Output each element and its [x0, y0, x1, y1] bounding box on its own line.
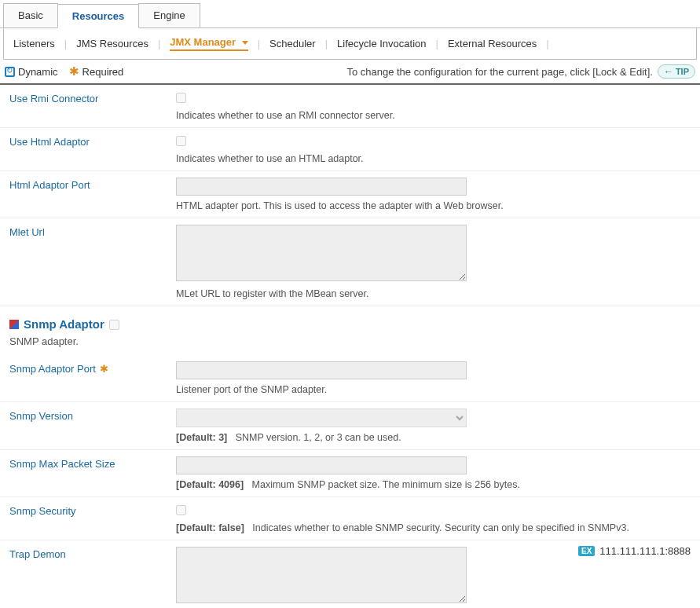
legend-dynamic: Dynamic — [5, 66, 58, 78]
help-html-adaptor-port: HTML adapter port. This is used to acces… — [176, 200, 691, 211]
label-text: Mlet Url — [9, 226, 45, 238]
refresh-icon — [5, 67, 15, 77]
default-snmp-security: [Default: false] — [176, 522, 244, 533]
checkbox-snmp-adaptor-enable[interactable] — [109, 320, 119, 330]
label-text: Html Adaptor Port — [9, 179, 90, 191]
section-snmp-title: Snmp Adaptor — [24, 317, 104, 331]
subtab-lifecycle-invocation[interactable]: Lifecycle Invocation — [337, 38, 426, 49]
label-trap-demon: Trap Demon — [0, 540, 173, 608]
checkbox-use-rmi-connector[interactable] — [176, 93, 186, 103]
subtab-listeners[interactable]: Listeners — [13, 38, 55, 49]
row-use-html-adaptor: Use Html Adaptor Indicates whether to us… — [0, 128, 700, 171]
subtab-jmx-manager[interactable]: JMX Manager — [170, 36, 247, 51]
top-tabs: Basic Resources Engine — [0, 0, 700, 28]
separator: | — [64, 38, 67, 49]
label-mlet-url: Mlet Url — [0, 218, 173, 306]
label-snmp-max-packet: Snmp Max Packet Size — [0, 450, 173, 496]
help-use-html-adaptor: Indicates whether to use an HTML adaptor… — [176, 153, 691, 164]
textarea-mlet-url[interactable] — [176, 225, 467, 281]
row-html-adaptor-port: Html Adaptor Port HTML adapter port. Thi… — [0, 171, 700, 218]
input-html-adaptor-port[interactable] — [176, 178, 467, 196]
row-snmp-security: Snmp Security [Default: false] Indicates… — [0, 497, 700, 540]
asterisk-icon: ✱ — [69, 64, 79, 79]
label-text: Snmp Max Packet Size — [9, 458, 115, 470]
help-snmp-max-packet: [Default: 4096] Maximum SNMP packet size… — [176, 479, 691, 490]
row-snmp-adaptor-port: Snmp Adaptor Port ✱ Listener port of the… — [0, 355, 700, 402]
help-text-snmp-max-packet: Maximum SNMP packet size. The minimum si… — [252, 479, 520, 490]
tip-text: To change the configuration for the curr… — [346, 66, 653, 78]
help-use-rmi-connector: Indicates whether to use an RMI connecto… — [176, 110, 691, 121]
row-snmp-version: Snmp Version [Default: 3] SNMP version. … — [0, 402, 700, 450]
separator: | — [258, 38, 260, 49]
label-snmp-security: Snmp Security — [0, 497, 173, 540]
subtab-jms-resources[interactable]: JMS Resources — [76, 38, 148, 49]
arrow-left-icon: ← — [664, 66, 673, 77]
asterisk-icon: ✱ — [100, 363, 108, 375]
input-snmp-adaptor-port[interactable] — [176, 361, 467, 379]
help-text-snmp-security: Indicates whether to enable SNMP securit… — [252, 522, 629, 533]
subtab-scheduler[interactable]: Scheduler — [269, 38, 316, 49]
row-snmp-max-packet: Snmp Max Packet Size [Default: 4096] Max… — [0, 450, 700, 497]
label-text: Snmp Security — [9, 505, 76, 517]
label-text: Use Rmi Connector — [9, 93, 98, 104]
section-snmp-adaptor: Snmp Adaptor SNMP adapter. — [0, 306, 700, 355]
default-snmp-version: [Default: 3] — [176, 432, 227, 443]
section-snmp-desc: SNMP adapter. — [9, 335, 691, 347]
default-snmp-max-packet: [Default: 4096] — [176, 479, 244, 490]
tip-badge: ← TIP — [658, 64, 695, 79]
example-value: 111.111.111.1:8888 — [599, 545, 691, 557]
legend-bar: Dynamic ✱ Required To change the configu… — [0, 60, 700, 85]
sub-tab-bar: Listeners | JMS Resources | JMX Manager … — [3, 28, 697, 60]
separator: | — [546, 38, 548, 49]
row-trap-demon: Trap Demon EX 111.111.111.1:8888 Server … — [0, 540, 700, 608]
flag-icon — [9, 320, 19, 329]
label-use-html-adaptor: Use Html Adaptor — [0, 128, 173, 170]
separator: | — [436, 38, 438, 49]
checkbox-use-html-adaptor[interactable] — [176, 136, 186, 146]
help-text-snmp-version: SNMP version. 1, 2, or 3 can be used. — [236, 432, 401, 443]
help-snmp-adaptor-port: Listener port of the SNMP adapter. — [176, 384, 691, 395]
label-text: Trap Demon — [9, 548, 66, 560]
separator: | — [325, 38, 328, 49]
label-text: Snmp Adaptor Port — [9, 363, 96, 375]
label-text: Use Html Adaptor — [9, 136, 90, 148]
textarea-trap-demon[interactable] — [176, 547, 467, 603]
subtab-jmx-manager-label: JMX Manager — [170, 36, 236, 48]
example-trap-demon: EX 111.111.111.1:8888 — [578, 545, 691, 557]
label-text: Snmp Version — [9, 410, 73, 422]
select-snmp-version[interactable] — [176, 408, 467, 427]
input-snmp-max-packet[interactable] — [176, 456, 467, 474]
legend-required-label: Required — [82, 66, 124, 78]
separator: | — [158, 38, 160, 49]
tab-basic[interactable]: Basic — [3, 3, 58, 27]
label-snmp-adaptor-port: Snmp Adaptor Port ✱ — [0, 355, 173, 401]
label-snmp-version: Snmp Version — [0, 402, 173, 449]
chevron-down-icon — [242, 41, 248, 45]
tab-engine[interactable]: Engine — [138, 3, 200, 27]
legend-dynamic-label: Dynamic — [18, 66, 58, 78]
example-badge: EX — [578, 546, 595, 556]
label-html-adaptor-port: Html Adaptor Port — [0, 171, 173, 218]
help-snmp-version: [Default: 3] SNMP version. 1, 2, or 3 ca… — [176, 432, 691, 443]
tip-badge-label: TIP — [676, 67, 689, 76]
row-use-rmi-connector: Use Rmi Connector Indicates whether to u… — [0, 85, 700, 128]
subtab-external-resources[interactable]: External Resources — [448, 38, 537, 49]
help-mlet-url: MLet URL to register with the MBean serv… — [176, 288, 691, 299]
help-snmp-security: [Default: false] Indicates whether to en… — [176, 522, 691, 533]
tab-resources[interactable]: Resources — [57, 4, 139, 28]
legend-required: ✱ Required — [69, 64, 124, 79]
row-mlet-url: Mlet Url MLet URL to register with the M… — [0, 218, 700, 306]
checkbox-snmp-security[interactable] — [176, 505, 186, 515]
label-use-rmi-connector: Use Rmi Connector — [0, 85, 173, 127]
